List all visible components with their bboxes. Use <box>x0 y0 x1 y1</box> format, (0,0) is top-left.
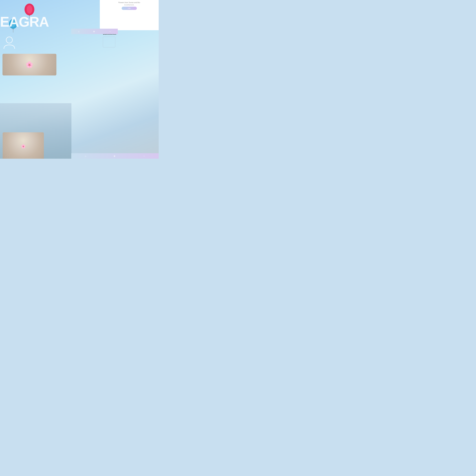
post-flower-image <box>3 132 44 159</box>
bottom-nav-home-icon[interactable]: ⌂ <box>85 155 86 157</box>
svg-point-1 <box>27 5 32 14</box>
top-post-card: Flowers from Sumar and Bro EsraWameed, L… <box>100 0 159 30</box>
logout-post-image <box>2 54 56 75</box>
nav-camera-icon[interactable]: ⊕ <box>93 30 95 33</box>
feed-nav-bar: ⌂ ⊕ → <box>71 29 118 34</box>
top-post-like-button[interactable]: Like <box>122 7 137 10</box>
flower-image <box>2 54 56 75</box>
top-post-caption: Flowers from Sumar and Bro <box>102 1 156 3</box>
bottom-nav-bar: ⌂ ⊕ → <box>71 153 159 159</box>
post-detail-image <box>3 132 44 159</box>
bottom-nav-forward-icon[interactable]: → <box>143 155 145 157</box>
top-post-username: EsraWameed, <box>102 4 156 6</box>
app-bg-text: EAGRA <box>0 14 49 30</box>
svg-point-6 <box>6 37 12 43</box>
comments-input-box[interactable] <box>103 36 115 47</box>
nav-profile-icon[interactable]: → <box>109 30 111 33</box>
user-icon-bg <box>3 36 16 52</box>
nav-home-icon[interactable]: ⌂ <box>78 30 79 33</box>
bottom-nav-add-icon[interactable]: ⊕ <box>114 155 116 157</box>
